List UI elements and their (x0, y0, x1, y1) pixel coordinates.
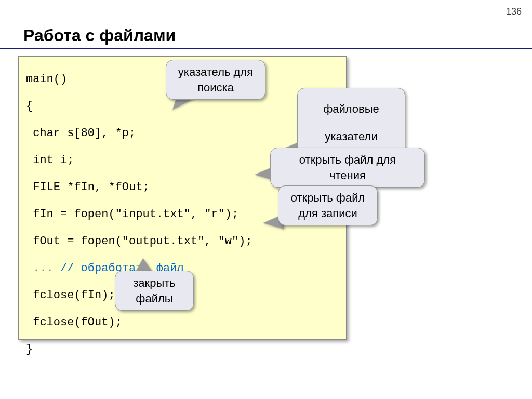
code-line: fclose(fIn); (26, 289, 115, 302)
code-line: char s[80], *p; (26, 127, 136, 140)
code-ellipsis: ... (26, 262, 60, 275)
code-line: { (26, 100, 33, 113)
code-line: FILE *fIn, *fOut; (26, 181, 150, 194)
callout-pointer-for-search: указатель для поиска (166, 60, 265, 100)
callout-open-for-read: открыть файл для чтения (270, 148, 425, 188)
callout-open-for-write: открыть файл для записи (278, 185, 378, 225)
code-line: fclose(fOut); (26, 316, 122, 329)
callout-close-files: закрыть файлы (115, 271, 194, 311)
slide-title: Работа с файлами (23, 26, 176, 45)
title-underline (0, 48, 532, 49)
code-line: main() (26, 73, 67, 86)
code-line: fIn = fopen("input.txt", "r"); (26, 208, 238, 221)
page-number: 136 (506, 6, 522, 17)
code-line: int i; (26, 154, 74, 167)
code-line: } (26, 343, 33, 356)
code-line: fOut = fopen("output.txt", "w"); (26, 235, 252, 248)
